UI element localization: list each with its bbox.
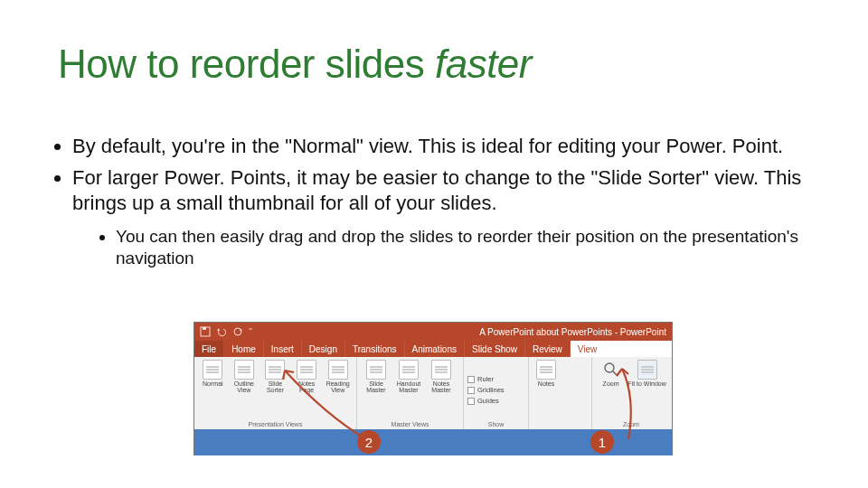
tab-view[interactable]: View [571,341,606,357]
group-label: Zoom [596,421,666,427]
spacer-group: Notes [529,357,592,429]
qat-customize-icon[interactable]: ⁼ [249,326,252,337]
fit-to-window-button[interactable]: Fit to Window [627,360,666,420]
group-label: Show [467,421,524,427]
svg-point-3 [605,363,614,372]
reading-view-button[interactable]: Reading View [323,360,353,420]
notes-master-button[interactable]: Notes Master [426,360,457,420]
slide-title: How to reorder slides faster [58,42,532,87]
bullet-list: By default, you're in the "Normal" view.… [58,134,817,276]
bullet-2a: You can then easily drag and drop the sl… [116,226,817,270]
svg-rect-1 [203,327,206,330]
notes-page-button[interactable]: Notes Page [292,360,322,420]
guides-checkbox[interactable]: Guides [467,397,524,405]
title-emphasis: faster [435,42,532,86]
powerpoint-ribbon-screenshot: ⁼ A PowerPoint about PowerPoints - Power… [193,322,673,455]
step-marker-1: 1 [590,430,614,454]
ribbon-tabs: File Home Insert Design Transitions Anim… [194,341,672,357]
tab-slideshow[interactable]: Slide Show [465,341,525,357]
notes-button[interactable]: Notes [533,360,560,420]
outline-view-button[interactable]: Outline View [230,360,259,420]
slide-master-button[interactable]: Slide Master [361,360,392,420]
save-icon[interactable] [200,326,211,337]
tab-design[interactable]: Design [302,341,345,357]
tab-home[interactable]: Home [224,341,264,357]
svg-point-2 [234,328,241,335]
tab-review[interactable]: Review [525,341,571,357]
handout-master-button[interactable]: Handout Master [393,360,424,420]
group-presentation-views: Normal Outline View Slide Sorter Notes P… [194,357,357,429]
group-show: Ruler Gridlines Guides Show [464,357,529,429]
magnifier-icon [603,361,619,378]
undo-icon[interactable] [216,326,227,337]
group-label: Presentation Views [198,421,353,427]
quick-access-toolbar: ⁼ [200,326,252,337]
tab-transitions[interactable]: Transitions [345,341,405,357]
redo-icon[interactable] [232,326,243,337]
tab-file[interactable]: File [194,341,224,357]
tab-insert[interactable]: Insert [264,341,302,357]
title-prefix: How to reorder slides [58,42,435,86]
normal-view-button[interactable]: Normal [198,360,228,420]
bullet-1: By default, you're in the "Normal" view.… [72,134,817,160]
slide-area: 1 2 [194,429,672,455]
tab-animations[interactable]: Animations [405,341,465,357]
group-label: Master Views [361,421,459,427]
svg-line-4 [613,371,617,375]
bullet-2: For larger Power. Points, it may be easi… [72,165,817,271]
slide-sorter-button[interactable]: Slide Sorter [260,360,290,420]
title-bar: ⁼ A PowerPoint about PowerPoints - Power… [194,323,672,341]
ruler-checkbox[interactable]: Ruler [467,375,524,383]
group-zoom: Zoom Fit to Window Zoom [592,357,670,429]
gridlines-checkbox[interactable]: Gridlines [467,386,524,394]
ribbon-body: Normal Outline View Slide Sorter Notes P… [194,357,672,429]
window-title: A PowerPoint about PowerPoints - PowerPo… [479,327,666,337]
step-marker-2: 2 [357,430,381,454]
zoom-button[interactable]: Zoom [596,360,626,420]
group-master-views: Slide Master Handout Master Notes Master… [357,357,464,429]
